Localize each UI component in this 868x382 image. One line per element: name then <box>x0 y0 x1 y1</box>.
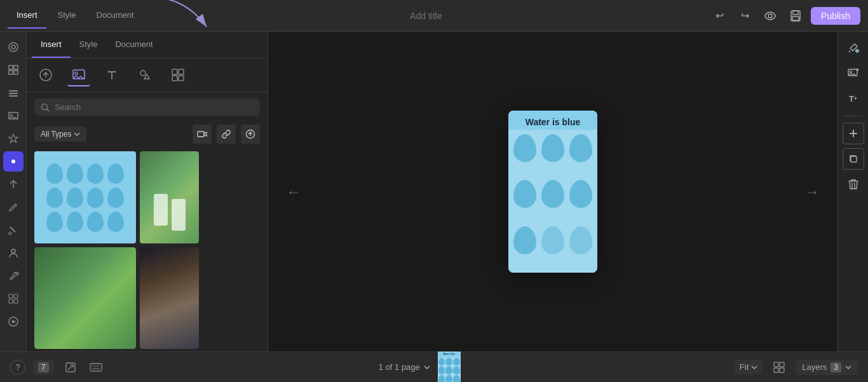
delete-tool[interactable] <box>843 174 864 195</box>
tab-document[interactable]: Document <box>87 3 142 29</box>
media-grid-row-1 <box>34 151 260 243</box>
layers-count: 3 <box>831 362 841 372</box>
fit-label: Fit <box>740 362 749 372</box>
svg-point-17 <box>9 232 11 235</box>
card-preview[interactable]: Water is blue <box>508 111 597 273</box>
svg-point-18 <box>11 249 15 253</box>
svg-rect-38 <box>851 156 857 162</box>
top-bar-left: Insert Style Document <box>8 3 709 29</box>
page-thumb-container: Water is blue <box>438 351 461 383</box>
svg-rect-13 <box>9 95 18 97</box>
card-drop-4 <box>513 180 536 208</box>
right-tool-panel: T+ <box>837 32 868 351</box>
tab-style[interactable]: Style <box>49 3 85 29</box>
svg-rect-7 <box>9 65 13 69</box>
duplicate-tool[interactable] <box>843 148 864 170</box>
top-bar-right: ↩ ↪ Publish <box>709 6 860 26</box>
media-thumb-kids[interactable] <box>140 151 199 243</box>
shapes-insert-icon[interactable] <box>133 64 156 86</box>
panel-tabs: Insert Style Document <box>27 32 268 58</box>
text-add-tool[interactable]: T+ <box>843 88 864 109</box>
svg-rect-42 <box>780 362 784 367</box>
card-body <box>508 130 597 273</box>
panel-tab-document[interactable]: Document <box>106 32 161 58</box>
panel-tab-style[interactable]: Style <box>71 32 107 58</box>
tab-insert[interactable]: Insert <box>8 3 46 29</box>
main-layout: Insert Style Document <box>0 32 868 351</box>
canvas-nav-left[interactable]: ← <box>281 178 306 206</box>
page-indicator-text: 1 of 1 page <box>379 362 420 372</box>
media-grid <box>27 149 268 351</box>
image-replace-tool[interactable] <box>843 62 864 84</box>
media-thumb-kids-full[interactable] <box>34 247 136 349</box>
layers-button[interactable]: Layers 3 <box>796 360 858 375</box>
sidebar-wrench[interactable] <box>3 266 24 286</box>
add-tool[interactable] <box>843 123 864 144</box>
sidebar-grid[interactable] <box>3 289 24 309</box>
upload-filter-btn[interactable] <box>241 125 260 144</box>
search-box <box>34 99 260 116</box>
redo-button[interactable]: ↪ <box>735 6 755 26</box>
svg-point-16 <box>11 160 15 163</box>
card-drop-6 <box>569 180 592 208</box>
preview-button[interactable] <box>760 6 780 26</box>
sidebar-layers[interactable] <box>3 83 24 103</box>
title-input[interactable] <box>143 11 709 21</box>
keyboard-icon[interactable] <box>87 358 105 376</box>
sidebar-play[interactable] <box>3 311 24 332</box>
top-bar: Insert Style Document ↩ ↪ <box>0 0 868 32</box>
help-button[interactable]: ? <box>10 360 25 375</box>
left-panel: Insert Style Document <box>27 32 268 351</box>
svg-rect-21 <box>9 299 13 303</box>
svg-rect-19 <box>9 294 13 298</box>
grid-view-button[interactable] <box>770 358 788 376</box>
sidebar-person[interactable] <box>3 243 24 263</box>
media-grid-row-2 <box>34 247 260 349</box>
sidebar-unknown[interactable] <box>3 128 24 149</box>
svg-point-5 <box>9 43 18 51</box>
video-filter-btn[interactable] <box>193 125 212 144</box>
search-input[interactable] <box>55 102 254 112</box>
link-filter-btn[interactable] <box>217 125 236 144</box>
grid-insert-icon[interactable] <box>166 64 189 86</box>
svg-rect-29 <box>179 69 184 74</box>
publish-button[interactable]: Publish <box>811 7 860 25</box>
save-button[interactable] <box>785 6 806 26</box>
svg-rect-3 <box>793 11 798 15</box>
sidebar-media[interactable] <box>3 106 24 126</box>
sidebar-active[interactable] <box>3 151 24 172</box>
svg-rect-11 <box>9 90 18 92</box>
card-drop-9 <box>569 226 592 254</box>
svg-rect-43 <box>774 368 778 372</box>
canvas-nav-right[interactable]: → <box>799 178 825 206</box>
media-thumb-selfie[interactable] <box>140 247 199 349</box>
svg-point-26 <box>75 72 78 74</box>
svg-rect-31 <box>179 76 184 81</box>
image-insert-icon[interactable] <box>67 64 90 86</box>
page-thumb-body <box>438 357 461 383</box>
search-icon <box>41 103 50 112</box>
badge-button[interactable]: 7 <box>33 360 54 375</box>
card-drop-8 <box>541 226 564 254</box>
page-indicator[interactable]: 1 of 1 page <box>379 362 430 372</box>
fit-selector[interactable]: Fit <box>735 360 763 374</box>
media-thumb-water[interactable] <box>34 151 136 243</box>
page-thumb[interactable]: Water is blue <box>438 351 461 383</box>
upload-icon[interactable] <box>34 64 57 86</box>
sidebar-brush[interactable] <box>3 220 24 240</box>
sidebar-shapes[interactable] <box>3 60 24 80</box>
resize-icon[interactable] <box>62 358 79 376</box>
svg-point-6 <box>11 45 15 49</box>
divider-1 <box>844 116 863 116</box>
chevron-down-icon <box>74 132 80 136</box>
sidebar-arrow[interactable] <box>3 174 24 194</box>
svg-rect-28 <box>172 69 177 74</box>
sidebar-home[interactable] <box>3 37 24 57</box>
fill-tool[interactable] <box>843 37 864 58</box>
svg-rect-4 <box>792 17 799 20</box>
undo-button[interactable]: ↩ <box>709 6 729 26</box>
sidebar-pen[interactable] <box>3 197 24 217</box>
all-types-filter[interactable]: All Types <box>34 126 86 142</box>
panel-tab-insert[interactable]: Insert <box>32 32 71 58</box>
text-insert-icon[interactable] <box>100 64 123 86</box>
